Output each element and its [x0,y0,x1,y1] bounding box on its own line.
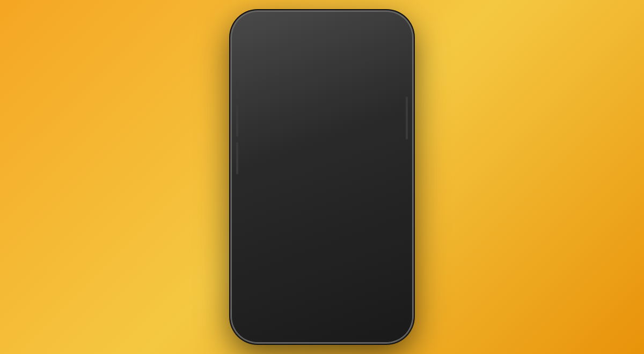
wikipedia-subtitle: The Free Encyclopedia [275,307,319,312]
status-time: 4:50 [261,33,277,42]
wikipedia-globe-icon: 🌐 [257,297,271,311]
google-letter-e: e [340,93,350,114]
wikipedia-title-group: Wikipedia The Free Encyclopedia [275,296,319,312]
wccftech-content: 🎮 wccftech 🔍 HARDWARE GAMING MOBILE MORE… [250,227,394,280]
tab-google-title: Google [265,60,379,67]
tab-apple-header: × Apple [250,132,394,150]
google-logo: Google [294,93,350,114]
wccftech-menu: HARDWARE GAMING MOBILE MORE ▾ [250,245,394,256]
google-content: ☰ ALL IMAGES ⠿ Sign in Google [250,72,394,141]
wikipedia-header: 🌐 Wikipedia The Free Encyclopedia [250,292,394,317]
wccftech-menu-mobile[interactable]: MOBILE [311,249,327,253]
tab-apple-close[interactable]: × [255,136,265,146]
google-nav-tabs: ALL IMAGES [292,75,329,83]
wccftech-logo-text: wccftech [265,233,290,239]
google-hamburger-icon[interactable]: ☰ [254,75,261,84]
google-logo-area: Google [250,87,394,117]
wifi-icon: 📶 [360,34,368,41]
wccftech-icon: 🎮 [254,232,264,240]
location-icon: ↗ [279,34,283,41]
tab-google-close[interactable]: × [255,58,265,68]
volume-silent-button [236,80,238,99]
phone-mockup: 4:50 ↗ 📶 [231,11,413,343]
google-grid-icon[interactable]: ⠿ [360,75,365,84]
apple-bag-icon[interactable]: 🛍 [381,153,389,161]
battery-tip [382,36,383,39]
tab-wccftech-header: × Wccftech [250,210,394,227]
signal-bar-4 [356,35,357,40]
tab-google-header: × Google [250,55,394,72]
phone-screen: 4:50 ↗ 📶 [238,18,406,336]
google-letter-o1: o [308,93,318,114]
battery-fill [371,36,378,40]
power-button [406,97,408,139]
tab-card-google[interactable]: × Google ☰ ALL IMAGES ⠿ Sign in [250,55,394,141]
phone-notch [287,26,357,41]
google-search-area: 🔍 [250,117,394,130]
apple-promo-sub: Two great ways to buy. Just trade inyour… [258,187,386,208]
volume-down-button [236,142,238,174]
google-letter-g2: g [327,93,336,114]
google-tab-images[interactable]: IMAGES [308,76,329,82]
google-nav: ☰ ALL IMAGES ⠿ Sign in [250,72,394,87]
tab-wccftech-title: Wccftech [265,215,379,223]
apple-logo-icon:  [320,153,323,161]
google-letter-g: G [294,93,308,114]
volume-up-button [236,105,238,137]
apple-nav: ☰  🛍 [250,150,394,165]
google-nav-right: ⠿ Sign in [360,75,390,84]
apple-hamburger-icon[interactable]: ☰ [255,153,261,161]
tab-wccftech-close[interactable]: × [255,214,265,224]
wccftech-logo: 🎮 wccftech [254,232,290,240]
apple-promo-title: iPhone XR from$18.99/mo. or $449.* [258,170,386,186]
tab-card-wccftech[interactable]: × Wccftech 🎮 wccftech 🔍 HARDWARE GAM [250,210,394,280]
wikipedia-content: 🌐 Wikipedia The Free Encyclopedia [250,292,394,328]
tab-apple-title: Apple [265,137,379,145]
google-signin-button[interactable]: Sign in [368,75,390,84]
battery-indicator [370,35,383,41]
tab-card-wikipedia[interactable]: × Wikipedia 🌐 Wikipedia The Free Encyclo… [250,275,394,328]
google-tab-all[interactable]: ALL [292,75,303,83]
google-letter-o2: o [318,93,327,114]
google-search-bar[interactable]: 🔍 [257,117,387,130]
wikipedia-title-text: Wikipedia [275,296,319,307]
wccftech-menu-gaming[interactable]: GAMING [286,249,303,253]
battery-body [370,35,382,41]
tabs-container: × Google ☰ ALL IMAGES ⠿ Sign in [246,49,398,328]
tab-wikipedia-close[interactable]: × [255,278,265,288]
wccftech-nav: 🎮 wccftech 🔍 [250,227,394,245]
tab-wikipedia-title: Wikipedia [265,279,379,287]
wccftech-menu-hardware[interactable]: HARDWARE [254,249,279,253]
tab-wikipedia-header: × Wikipedia [250,275,394,292]
wccftech-search-icon[interactable]: 🔍 [382,232,390,240]
google-search-icon: 🔍 [376,119,385,129]
wccftech-menu-more[interactable]: MORE ▾ [334,248,350,253]
